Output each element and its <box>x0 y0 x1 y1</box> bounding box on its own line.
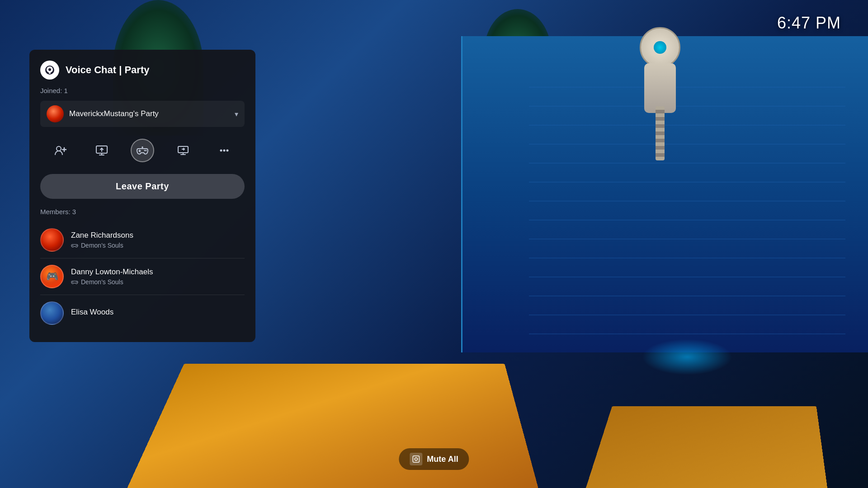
member-name: Zane Richardsons <box>71 231 245 240</box>
mute-all-bar[interactable]: Mute All <box>399 448 469 470</box>
gamepad-button[interactable] <box>131 139 154 162</box>
member-name: Elisa Woods <box>71 308 245 317</box>
voice-chat-icon <box>40 61 59 80</box>
svg-point-24 <box>415 458 417 460</box>
robot-body <box>644 63 676 113</box>
mute-controller-icon <box>410 453 422 465</box>
party-host-avatar <box>47 105 64 122</box>
svg-point-9 <box>144 150 145 151</box>
member-game: Demon's Souls <box>71 242 245 249</box>
svg-point-12 <box>220 150 222 152</box>
member-info: Zane Richardsons Demon's Souls <box>71 231 245 249</box>
avatar <box>40 301 64 325</box>
member-item: 🎮 Danny Lowton-Michaels Demon's Souls <box>40 258 245 295</box>
leave-party-button[interactable]: Leave Party <box>40 174 245 199</box>
members-count: Members: 3 <box>40 208 245 216</box>
party-selector-left: MaverickxMustang's Party <box>47 105 159 122</box>
robot-character <box>610 27 710 199</box>
svg-point-13 <box>223 150 225 152</box>
robot-head <box>640 27 680 68</box>
robot-eye <box>654 41 666 54</box>
bg-water-splash <box>642 339 732 375</box>
member-info: Danny Lowton-Michaels Demon's Souls <box>71 267 245 286</box>
svg-point-10 <box>145 150 146 151</box>
panel-title: Voice Chat | Party <box>66 64 149 76</box>
time-display: 6:47 PM <box>777 14 841 33</box>
member-info: Elisa Woods <box>71 308 245 319</box>
screen-share-button[interactable] <box>90 139 113 162</box>
game-controller-icon <box>71 278 78 286</box>
avatar: 🎮 <box>40 265 64 288</box>
svg-point-22 <box>76 282 77 283</box>
member-item: Zane Richardsons Demon's Souls <box>40 222 245 258</box>
svg-point-2 <box>57 146 61 151</box>
bg-floor-right <box>578 406 831 488</box>
party-selector[interactable]: MaverickxMustang's Party ▾ <box>40 101 245 127</box>
member-name: Danny Lowton-Michaels <box>71 267 245 277</box>
member-list: Zane Richardsons Demon's Souls <box>40 222 245 331</box>
svg-point-14 <box>226 150 228 152</box>
icon-toolbar <box>40 135 245 166</box>
panel-header: Voice Chat | Party <box>40 61 245 80</box>
add-friend-button[interactable] <box>49 139 72 162</box>
more-options-button[interactable] <box>212 139 236 162</box>
party-panel: Voice Chat | Party Joined: 1 MaverickxMu… <box>29 50 255 342</box>
chevron-down-icon: ▾ <box>235 110 238 118</box>
member-game: Demon's Souls <box>71 278 245 286</box>
bg-floor-main <box>125 364 540 488</box>
robot-spring <box>656 106 665 160</box>
game-controller-icon <box>71 242 78 249</box>
party-name: MaverickxMustang's Party <box>69 109 159 118</box>
avatar <box>40 228 64 252</box>
svg-point-1 <box>48 68 51 71</box>
svg-point-18 <box>76 245 77 246</box>
member-item: Elisa Woods <box>40 295 245 331</box>
game-name: Demon's Souls <box>81 278 123 286</box>
svg-rect-23 <box>413 456 419 462</box>
game-name: Demon's Souls <box>81 242 123 249</box>
joined-count: Joined: 1 <box>40 87 245 94</box>
game-share-button[interactable] <box>171 139 195 162</box>
mute-all-label: Mute All <box>427 455 458 464</box>
